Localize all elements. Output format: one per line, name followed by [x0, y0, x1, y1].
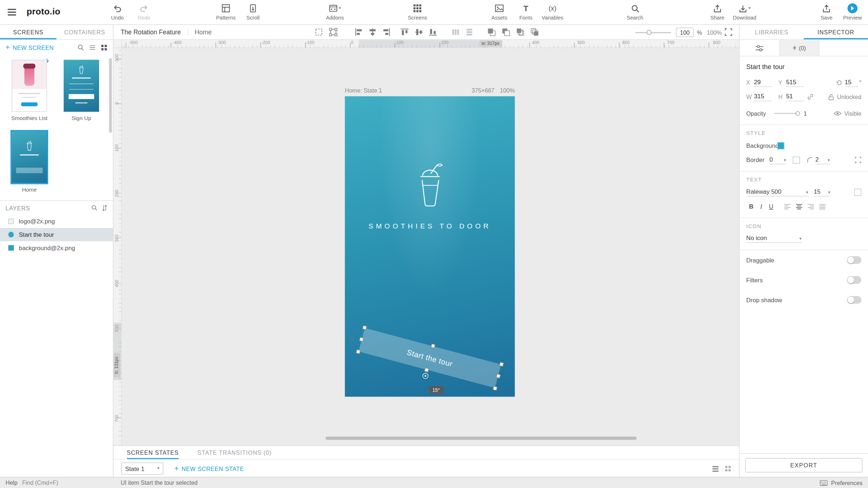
drop-shadow-toggle[interactable] — [847, 296, 861, 304]
menu-icon[interactable] — [8, 9, 16, 17]
zoom-slider[interactable] — [635, 32, 671, 33]
border-color-swatch[interactable] — [793, 156, 800, 163]
interactions-subtab[interactable]: (0) — [779, 40, 819, 56]
lock-icon[interactable] — [828, 93, 834, 100]
underline-button[interactable]: U — [766, 203, 776, 210]
marquee-select-icon[interactable] — [314, 28, 323, 37]
distribute-horizontal-icon[interactable] — [451, 28, 460, 37]
selection-handle-e[interactable] — [496, 374, 501, 378]
list-view-icon[interactable] — [89, 45, 95, 50]
sort-layers-icon[interactable] — [102, 205, 107, 211]
y-input[interactable] — [786, 78, 804, 87]
align-bottom-icon[interactable] — [429, 28, 437, 37]
corner-radius-select[interactable]: 2 ▾ — [816, 156, 830, 164]
x-input[interactable] — [754, 78, 772, 87]
find-shortcut-label[interactable]: Find (Cmd+F) — [22, 479, 58, 486]
canvas-viewport[interactable]: Home: State 1 375×667 100% SMOOTHIES TO … — [122, 48, 739, 445]
horizontal-scrollbar[interactable] — [326, 437, 637, 440]
rotation-pivot[interactable] — [422, 373, 429, 379]
horizontal-ruler[interactable]: w: 317px -500 -400 -300 -200 -100 0 100 … — [122, 40, 739, 48]
tab-state-transitions[interactable]: STATE TRANSITIONS (0) — [197, 446, 272, 459]
layer-item-background[interactable]: background@2x.png — [0, 241, 113, 254]
screens-scrollbar[interactable] — [109, 58, 112, 133]
preview-button[interactable]: Preview — [839, 3, 865, 20]
align-right-icon[interactable] — [382, 28, 391, 37]
text-color-swatch[interactable] — [854, 188, 861, 196]
download-button[interactable]: ▾ Download — [731, 3, 758, 20]
patterns-button[interactable]: Patterns — [213, 3, 239, 20]
eye-icon[interactable] — [834, 111, 841, 116]
tab-inspector[interactable]: INSPECTOR — [804, 25, 868, 39]
undo-button[interactable]: Undo — [104, 3, 131, 20]
send-backward-icon[interactable] — [502, 28, 510, 37]
layer-item-logo[interactable]: logo@2x.png — [0, 215, 113, 228]
bring-forward-icon[interactable] — [487, 28, 496, 37]
height-input[interactable] — [786, 93, 804, 101]
scroll-button[interactable]: Scroll — [240, 3, 266, 20]
redo-button[interactable]: Redo — [131, 3, 157, 20]
phone-screen[interactable]: SMOOTHIES TO DOOR Start the tour 15° — [345, 96, 515, 397]
states-list-view-icon[interactable] — [712, 466, 719, 472]
screen-thumbnail-home[interactable]: Home — [7, 131, 51, 193]
bring-to-front-icon[interactable] — [516, 28, 525, 37]
screen-thumbnail-smoothies-list[interactable]: Smoothies List — [7, 60, 51, 121]
align-top-icon[interactable] — [400, 28, 409, 37]
visibility-label[interactable]: Visible — [844, 110, 861, 117]
properties-subtab[interactable] — [740, 40, 779, 56]
draggable-toggle[interactable] — [847, 256, 861, 264]
tab-libraries[interactable]: LIBRARIES — [740, 25, 804, 39]
search-screens-icon[interactable] — [77, 44, 84, 51]
distribute-vertical-icon[interactable] — [465, 28, 474, 37]
fonts-button[interactable]: T Fonts — [512, 3, 539, 20]
width-input[interactable] — [754, 93, 772, 101]
screens-button[interactable]: Screens — [404, 3, 430, 20]
search-layers-icon[interactable] — [92, 205, 98, 211]
help-link[interactable]: Help — [5, 479, 17, 486]
zoom-slider-knob[interactable] — [647, 30, 652, 35]
screen-state-label[interactable]: Home: State 1 — [345, 87, 382, 93]
share-button[interactable]: Share — [704, 3, 731, 20]
states-grid-view-icon[interactable] — [725, 465, 731, 472]
tab-screen-states[interactable]: SCREEN STATES — [127, 446, 179, 459]
background-color-swatch[interactable] — [777, 142, 784, 149]
rotation-input[interactable] — [844, 78, 858, 87]
filters-toggle[interactable] — [847, 276, 861, 284]
font-family-select[interactable]: Raleway 500 ▾ — [746, 188, 808, 196]
align-text-justify-icon[interactable] — [819, 203, 826, 209]
align-center-horizontal-icon[interactable] — [368, 28, 377, 37]
expand-corners-icon[interactable] — [855, 157, 861, 163]
layer-item-start-the-tour[interactable]: Start the tour — [0, 228, 113, 241]
preferences-button[interactable]: Preferences — [820, 478, 862, 488]
selection-handle-s[interactable] — [424, 368, 429, 372]
screen-thumbnail-sign-up[interactable]: Sign Up — [59, 60, 103, 121]
selection-handle-n[interactable] — [430, 343, 435, 348]
fit-to-screen-icon[interactable] — [725, 28, 732, 36]
save-button[interactable]: Save — [813, 3, 839, 20]
selection-handle-sw[interactable] — [356, 349, 361, 354]
opacity-slider-knob[interactable] — [795, 111, 800, 116]
new-screen-state-button[interactable]: + NEW SCREEN STATE — [174, 465, 244, 472]
search-button[interactable]: Search — [622, 3, 648, 20]
breadcrumb-screen[interactable]: Home — [188, 29, 212, 35]
start-tour-button[interactable]: Start the tour — [358, 328, 501, 388]
italic-button[interactable]: I — [756, 203, 766, 210]
tab-containers[interactable]: CONTAINERS — [56, 25, 113, 39]
export-button[interactable]: EXPORT — [745, 458, 862, 472]
breadcrumb-project[interactable]: The Rotation Feature — [121, 29, 188, 35]
state-select[interactable]: State 1 ▾ — [121, 463, 163, 475]
addons-button[interactable]: ▾ Addons — [322, 3, 348, 20]
opacity-slider[interactable] — [774, 113, 799, 114]
font-size-select[interactable]: 15 ▾ — [814, 188, 830, 196]
assets-button[interactable]: Assets — [486, 3, 512, 20]
lock-state-label[interactable]: Unlocked — [837, 94, 861, 100]
align-text-center-icon[interactable] — [795, 203, 803, 209]
vertical-ruler[interactable]: -100 0 100 200 300 400 500 700 h: 131px — [114, 48, 122, 445]
selection-handle-nw[interactable] — [362, 325, 367, 330]
variables-button[interactable]: (x) Variables — [539, 3, 566, 20]
align-text-right-icon[interactable] — [807, 203, 814, 209]
send-to-back-icon[interactable] — [530, 28, 539, 37]
border-width-select[interactable]: 0 ▾ — [770, 156, 786, 164]
zoom-input[interactable] — [676, 28, 694, 37]
selection-handle-w[interactable] — [359, 337, 364, 342]
selection-handle-se[interactable] — [493, 386, 497, 391]
